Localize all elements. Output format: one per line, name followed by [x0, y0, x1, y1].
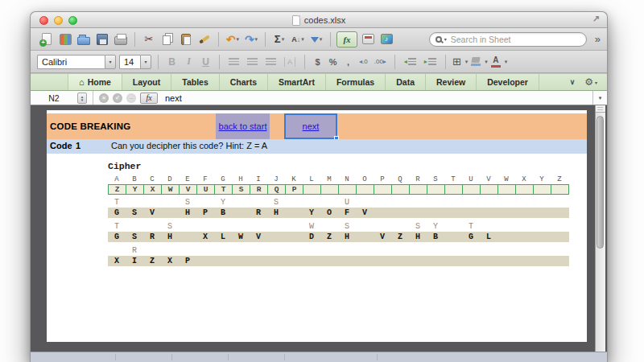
currency-format-button[interactable]: $	[312, 57, 324, 67]
coded-letter-cell[interactable]: G	[462, 232, 480, 242]
coded-letter-cell[interactable]: H	[409, 232, 427, 242]
coded-letter-cell[interactable]: H	[338, 232, 356, 242]
cipher-input-cell[interactable]	[409, 184, 427, 195]
percent-format-button[interactable]: %	[327, 57, 339, 67]
font-color-button[interactable]: A	[491, 56, 501, 68]
undo-button[interactable]: ↶ ▾	[225, 31, 241, 48]
next-cell-selected[interactable]: next	[284, 113, 337, 139]
sheet[interactable]: CODE BREAKING back to start next Code 1 …	[47, 110, 587, 342]
cipher-input-cell[interactable]: Y	[126, 184, 144, 195]
filter-button[interactable]: ▾	[308, 31, 324, 48]
back-to-start-link[interactable]: back to start	[219, 121, 267, 131]
coded-letter-cell[interactable]: H	[161, 232, 179, 242]
align-right-icon[interactable]	[266, 58, 276, 66]
cipher-input-cell[interactable]	[497, 184, 516, 195]
font-size-combo[interactable]: 14 ▾	[119, 55, 151, 69]
increase-indent-button[interactable]: ▸	[424, 58, 436, 65]
coded-letter-cell[interactable]: V	[143, 208, 161, 218]
ribbon-settings-button[interactable]: ⚙ ▾	[584, 76, 597, 88]
coded-letter-cell[interactable]: R	[143, 232, 161, 242]
decode-answer-cell[interactable]: S	[338, 222, 356, 231]
coded-letter-cell[interactable]: X	[161, 256, 179, 266]
toolbox-button[interactable]	[360, 31, 376, 48]
italic-button[interactable]: I	[182, 56, 196, 68]
cipher-input-cell[interactable]	[533, 184, 551, 195]
cipher-input-cell[interactable]: R	[250, 184, 268, 195]
cipher-input-cell[interactable]	[551, 184, 569, 195]
tab-home[interactable]: ⌂Home	[68, 74, 122, 90]
cipher-input-cell[interactable]	[320, 184, 339, 195]
cipher-input-cell[interactable]	[480, 184, 498, 195]
cipher-input-cell[interactable]	[356, 184, 374, 195]
tab-layout[interactable]: Layout	[122, 74, 171, 90]
formula-builder-button[interactable]: fx	[336, 31, 357, 47]
back-to-start-cell[interactable]: back to start	[216, 113, 270, 139]
coded-letter-cell[interactable]: X	[196, 232, 214, 242]
coded-letter-cell[interactable]: L	[480, 232, 497, 242]
formula-input[interactable]: next	[165, 93, 182, 103]
coded-letter-cell[interactable]: B	[214, 208, 232, 218]
decode-answer-cell[interactable]: Y	[427, 222, 444, 231]
coded-letter-cell[interactable]: H	[179, 208, 196, 218]
decrease-indent-button[interactable]: ◂	[404, 58, 416, 65]
confirm-entry-icon[interactable]: ✓	[113, 93, 122, 103]
coded-letter-cell[interactable]: D	[303, 232, 320, 242]
tab-tables[interactable]: Tables	[171, 74, 219, 90]
borders-button[interactable]: ⊞	[452, 56, 461, 67]
coded-letter-cell[interactable]: G	[108, 232, 126, 242]
font-name-caret-icon[interactable]: ▾	[105, 55, 116, 69]
fill-caret-icon[interactable]: ▾	[485, 59, 488, 65]
tab-data[interactable]: Data	[386, 74, 426, 90]
cipher-input-cell[interactable]: S	[232, 184, 250, 195]
workbook-gallery-button[interactable]	[57, 31, 73, 48]
cipher-input-cell[interactable]: U	[196, 184, 215, 195]
new-workbook-button[interactable]: +	[39, 31, 55, 48]
clear-entry-icon[interactable]: –	[126, 93, 136, 103]
vertical-scrollbar[interactable]	[595, 105, 605, 352]
decode-answer-cell[interactable]: S	[179, 198, 196, 207]
decode-answer-cell[interactable]: T	[108, 198, 126, 207]
search-input[interactable]: ▾ Search in Sheet	[429, 32, 587, 47]
coded-letter-cell[interactable]: V	[250, 232, 267, 242]
tab-developer[interactable]: Developer	[477, 74, 539, 90]
coded-letter-cell[interactable]: S	[126, 208, 143, 218]
increase-decimal-button[interactable]: ◂.0	[359, 58, 368, 65]
tab-smartart[interactable]: SmartArt	[268, 74, 326, 90]
coded-letter-cell[interactable]: G	[108, 208, 126, 218]
coded-letter-cell[interactable]: F	[338, 208, 356, 218]
decode-answer-cell[interactable]: S	[409, 222, 427, 231]
align-center-icon[interactable]	[247, 58, 258, 66]
font-name-value[interactable]: Calibri	[37, 55, 105, 69]
font-size-caret-icon[interactable]: ▾	[140, 55, 151, 69]
autosum-button[interactable]: Σ ▾	[271, 31, 287, 48]
coded-letter-cell[interactable]: L	[214, 232, 232, 242]
fill-color-button[interactable]	[471, 57, 481, 66]
insert-function-button[interactable]: fx	[140, 93, 158, 104]
coded-letter-cell[interactable]: Z	[320, 232, 338, 242]
print-button[interactable]	[113, 31, 129, 48]
coded-letter-cell[interactable]: V	[374, 232, 391, 242]
cipher-input-cell[interactable]	[427, 184, 445, 195]
coded-letter-cell[interactable]: Y	[303, 208, 320, 218]
font-size-value[interactable]: 14	[119, 55, 140, 69]
tab-charts[interactable]: Charts	[220, 74, 268, 90]
coded-letter-cell[interactable]: V	[356, 208, 374, 218]
open-button[interactable]	[76, 31, 92, 48]
redo-button[interactable]: ↷ ▾	[243, 31, 259, 48]
coded-letter-cell[interactable]: W	[232, 232, 250, 242]
coded-letter-cell[interactable]: S	[126, 232, 143, 242]
name-box[interactable]: N2	[31, 93, 77, 103]
cipher-input-cell[interactable]: Q	[267, 184, 286, 195]
coded-letter-cell[interactable]: B	[427, 232, 444, 242]
cipher-input-cell[interactable]	[515, 184, 534, 195]
bold-button[interactable]: B	[165, 56, 179, 68]
cipher-input-cell[interactable]: W	[161, 184, 180, 195]
coded-letter-cell[interactable]: P	[196, 208, 214, 218]
coded-letter-cell[interactable]: Z	[143, 256, 161, 266]
copy-button[interactable]	[159, 31, 175, 48]
format-painter-button[interactable]	[196, 31, 213, 48]
wrap-text-icon[interactable]: A	[284, 57, 295, 67]
cipher-input-cell[interactable]	[462, 184, 481, 195]
cipher-input-cell[interactable]: T	[214, 184, 233, 195]
toolbar-overflow-button[interactable]: »	[595, 33, 601, 45]
